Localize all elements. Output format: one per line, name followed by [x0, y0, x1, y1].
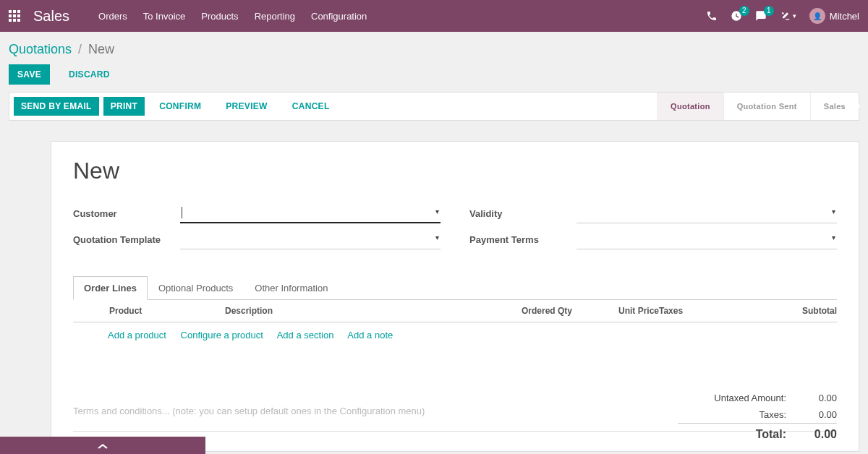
add-note-link[interactable]: Add a note [347, 330, 393, 340]
record-title: New [73, 158, 837, 184]
chevron-up-icon [97, 442, 109, 449]
menu-reporting[interactable]: Reporting [255, 11, 295, 22]
print-button[interactable]: Print [103, 97, 145, 116]
avatar: 👤 [809, 8, 825, 24]
payment-terms-label: Payment Terms [469, 234, 576, 249]
send-by-email-button[interactable]: Send by Email [14, 97, 99, 116]
taxes-label: Taxes: [678, 409, 786, 420]
col-unit-price: Unit Price [572, 306, 659, 316]
add-product-link[interactable]: Add a product [108, 330, 166, 340]
tools-icon[interactable]: ▾ [780, 10, 796, 22]
chevron-down-icon: ▾ [435, 207, 439, 215]
configure-product-link[interactable]: Configure a product [181, 330, 263, 340]
stage-quotation[interactable]: Quotation [657, 93, 723, 120]
line-actions: Add a product Configure a product Add a … [73, 322, 837, 340]
discuss-icon[interactable]: 1 [755, 10, 767, 22]
taxes-value: 0.00 [786, 409, 837, 420]
customer-field[interactable]: ▾ [180, 205, 441, 223]
stage-indicator: Quotation Quotation Sent Sales [657, 93, 859, 120]
col-subtotal: Subtotal [765, 306, 837, 316]
col-taxes: Taxes [659, 306, 760, 316]
quotation-template-field[interactable]: ▾ [180, 231, 441, 249]
breadcrumb: Quotations / New [9, 42, 859, 57]
tab-optional-products[interactable]: Optional Products [148, 276, 244, 300]
apps-icon[interactable] [9, 10, 20, 22]
app-brand[interactable]: Sales [33, 8, 69, 25]
validity-label: Validity [469, 208, 576, 223]
col-product: Product [109, 306, 225, 316]
col-description: Description [225, 306, 442, 316]
activities-icon[interactable]: 2 [731, 10, 742, 22]
user-menu[interactable]: 👤Mitchel [809, 8, 859, 24]
chevron-down-icon: ▾ [435, 234, 439, 241]
activities-badge: 2 [739, 6, 749, 16]
control-bar: Quotations / New Save Discard Send by Em… [0, 32, 868, 121]
quotation-template-label: Quotation Template [73, 234, 180, 249]
menu-to-invoice[interactable]: To Invoice [143, 11, 186, 22]
form-sheet: New Customer ▾ Quotation Template ▾ Vali… [51, 141, 859, 452]
order-lines-header: Product Description Ordered Qty Unit Pri… [73, 300, 837, 322]
phone-icon[interactable] [706, 10, 718, 22]
chevron-down-icon: ▾ [832, 207, 835, 215]
menu-products[interactable]: Products [201, 11, 238, 22]
totals: Untaxed Amount:0.00 Taxes:0.00 Total:0.0… [678, 390, 837, 444]
add-section-link[interactable]: Add a section [277, 330, 334, 340]
validity-field[interactable]: ▾ [576, 205, 837, 223]
status-bar: Send by Email Print Confirm Preview Canc… [9, 92, 859, 121]
tab-other-information[interactable]: Other Information [244, 276, 339, 300]
chevron-down-icon: ▾ [832, 234, 835, 241]
menu-orders[interactable]: Orders [98, 11, 127, 22]
col-ordered-qty: Ordered Qty [442, 306, 572, 316]
breadcrumb-current: New [88, 42, 114, 56]
top-nav: Sales Orders To Invoice Products Reporti… [0, 0, 868, 32]
menu-configuration[interactable]: Configuration [311, 11, 367, 22]
tab-order-lines[interactable]: Order Lines [73, 276, 148, 300]
cancel-button[interactable]: Cancel [282, 97, 340, 116]
customer-label: Customer [73, 208, 180, 223]
preview-button[interactable]: Preview [216, 97, 277, 116]
total-label: Total: [678, 428, 786, 441]
save-button[interactable]: Save [9, 64, 50, 85]
user-name: Mitchel [830, 11, 859, 22]
untaxed-amount-value: 0.00 [786, 393, 837, 403]
total-value: 0.00 [786, 428, 837, 441]
untaxed-amount-label: Untaxed Amount: [678, 393, 786, 403]
main-menu: Orders To Invoice Products Reporting Con… [98, 11, 367, 22]
payment-terms-field[interactable]: ▾ [576, 231, 837, 249]
bottom-expand-bar[interactable] [0, 437, 205, 454]
stage-sales[interactable]: Sales [810, 93, 859, 120]
discard-button[interactable]: Discard [60, 64, 119, 85]
confirm-button[interactable]: Confirm [149, 97, 211, 116]
stage-quotation-sent[interactable]: Quotation Sent [723, 93, 810, 120]
notebook-tabs: Order Lines Optional Products Other Info… [73, 275, 837, 300]
breadcrumb-root[interactable]: Quotations [9, 42, 72, 56]
discuss-badge: 1 [764, 6, 774, 16]
